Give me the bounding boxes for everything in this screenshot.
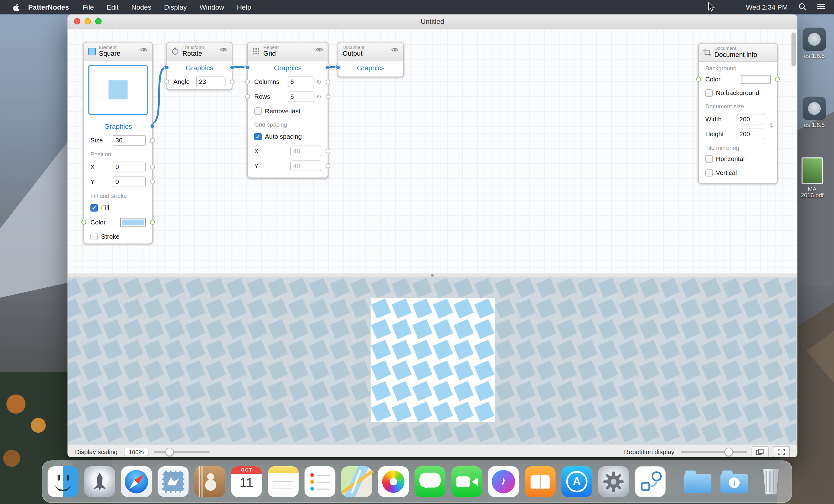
- dock-contacts-icon[interactable]: [194, 466, 225, 497]
- display-scaling-value[interactable]: 100%: [124, 448, 148, 456]
- visibility-eye-icon[interactable]: [140, 47, 148, 52]
- desktop-icon-disk-1[interactable]: es 1.8.5: [798, 27, 831, 59]
- bg-color-output-port[interactable]: [775, 77, 780, 82]
- fill-color-swatch[interactable]: [120, 218, 146, 227]
- rows-output-port[interactable]: [325, 94, 330, 99]
- node-square[interactable]: Element Square Graphics Size Po: [84, 42, 153, 244]
- dock-downloads-icon[interactable]: ↓: [719, 466, 750, 497]
- node-document-info-header[interactable]: Document Document info: [699, 44, 777, 62]
- dock-calendar-icon[interactable]: OCT 11: [231, 466, 262, 497]
- angle-input[interactable]: [196, 76, 225, 87]
- stroke-checkbox[interactable]: [90, 233, 98, 240]
- bg-color-input-port[interactable]: [696, 77, 701, 82]
- menu-item-display[interactable]: Display: [158, 3, 193, 11]
- remove-last-checkbox[interactable]: [254, 107, 262, 115]
- dock-messages-icon[interactable]: [415, 466, 445, 497]
- window-titlebar[interactable]: Untitled: [67, 14, 797, 29]
- columns-input-port[interactable]: [245, 80, 250, 84]
- spacing-y-input[interactable]: [290, 161, 321, 171]
- node-output-header[interactable]: Document Output: [338, 42, 403, 60]
- menu-item-window[interactable]: Window: [193, 3, 231, 11]
- display-scaling-slider[interactable]: [154, 451, 210, 453]
- color-output-port[interactable]: [150, 220, 155, 224]
- visibility-eye-icon[interactable]: [315, 47, 324, 52]
- menu-clock[interactable]: Wed 2:34 PM: [746, 3, 788, 11]
- display-scaling-knob[interactable]: [165, 448, 174, 456]
- dock-app-store-icon[interactable]: A: [561, 466, 592, 497]
- size-input[interactable]: [113, 135, 146, 146]
- spacing-x-input[interactable]: [290, 146, 321, 156]
- graphics-output-port[interactable]: [150, 124, 155, 128]
- dock-folder-icon[interactable]: [682, 466, 713, 497]
- node-square-header[interactable]: Element Square: [84, 42, 152, 60]
- menu-item-nodes[interactable]: Nodes: [125, 3, 158, 11]
- desktop-icon-disk-2[interactable]: es 1.8.5: [798, 97, 831, 128]
- fit-view-button[interactable]: [773, 446, 790, 457]
- menu-item-help[interactable]: Help: [231, 3, 258, 11]
- size-port[interactable]: [150, 138, 155, 143]
- notification-center-icon[interactable]: [817, 3, 825, 11]
- y-port[interactable]: [150, 179, 155, 184]
- graphics-input-port[interactable]: [335, 65, 340, 70]
- dock-patternodes-icon[interactable]: [635, 466, 666, 497]
- node-rotate[interactable]: Transform Rotate Graphics Angle: [167, 42, 233, 90]
- dock-notes-icon[interactable]: [268, 466, 299, 497]
- visibility-eye-icon[interactable]: [220, 47, 228, 52]
- zoom-button[interactable]: [95, 18, 102, 24]
- tile-view-button[interactable]: [752, 446, 769, 457]
- spacing-x-port[interactable]: [325, 149, 330, 153]
- menu-item-file[interactable]: File: [76, 3, 100, 11]
- dock-launchpad-icon[interactable]: [84, 466, 115, 497]
- rows-input-port[interactable]: [245, 94, 250, 99]
- refresh-icon[interactable]: ↻: [316, 79, 321, 85]
- node-grid[interactable]: Repeat Grid Graphics Columns ↻: [247, 42, 328, 178]
- menu-app-name[interactable]: PatterNodes: [25, 3, 76, 11]
- dock-facetime-icon[interactable]: [452, 466, 482, 497]
- minimize-button[interactable]: [85, 18, 91, 24]
- x-port[interactable]: [150, 165, 155, 169]
- spotlight-search-icon[interactable]: [798, 2, 807, 12]
- dock-mail-icon[interactable]: [158, 466, 189, 497]
- height-input[interactable]: [737, 129, 764, 139]
- color-input-port[interactable]: [82, 220, 86, 224]
- columns-output-port[interactable]: [325, 80, 330, 84]
- node-canvas[interactable]: Element Square Graphics Size Po: [67, 29, 797, 273]
- dock-safari-icon[interactable]: [121, 466, 152, 497]
- bg-color-swatch[interactable]: [741, 74, 771, 84]
- graphics-input-port[interactable]: [164, 65, 169, 70]
- y-input[interactable]: [113, 176, 146, 187]
- dock-itunes-icon[interactable]: ♪: [488, 466, 519, 497]
- desktop-icon-pdf[interactable]: МА 2016.pdf: [796, 157, 829, 198]
- dock-maps-icon[interactable]: [341, 466, 372, 497]
- rows-input[interactable]: [288, 91, 314, 102]
- fill-checkbox[interactable]: [90, 204, 98, 212]
- x-input[interactable]: [113, 161, 146, 172]
- dock-photos-icon[interactable]: [378, 466, 409, 497]
- node-rotate-header[interactable]: Transform Rotate: [167, 42, 232, 60]
- width-input[interactable]: [737, 114, 764, 125]
- dock-reminders-icon[interactable]: [305, 466, 335, 497]
- columns-input[interactable]: [288, 76, 314, 87]
- apple-menu-icon[interactable]: [7, 3, 25, 11]
- graphics-output-port[interactable]: [230, 65, 234, 70]
- menu-item-edit[interactable]: Edit: [100, 3, 125, 11]
- canvas-scrollbar[interactable]: [792, 32, 796, 67]
- pattern-preview[interactable]: [67, 278, 797, 444]
- graphics-output-port[interactable]: [325, 65, 330, 70]
- node-document-info[interactable]: Document Document info Background Color …: [698, 43, 778, 183]
- dock-finder-icon[interactable]: [48, 466, 79, 497]
- no-background-checkbox[interactable]: [705, 89, 712, 97]
- dock-ibooks-icon[interactable]: [525, 466, 556, 497]
- node-grid-header[interactable]: Repeat Grid: [248, 42, 328, 60]
- auto-spacing-checkbox[interactable]: [254, 133, 262, 140]
- spacing-y-port[interactable]: [325, 163, 330, 168]
- horizontal-checkbox[interactable]: [705, 155, 712, 162]
- link-size-icon[interactable]: ⇅: [768, 122, 773, 129]
- pane-divider-handle[interactable]: [67, 273, 797, 278]
- refresh-icon[interactable]: ↻: [316, 94, 321, 100]
- close-button[interactable]: [74, 18, 81, 24]
- vertical-checkbox[interactable]: [705, 169, 712, 176]
- angle-input-port[interactable]: [164, 80, 169, 84]
- graphics-input-port[interactable]: [245, 65, 250, 70]
- repetition-display-knob[interactable]: [724, 448, 733, 456]
